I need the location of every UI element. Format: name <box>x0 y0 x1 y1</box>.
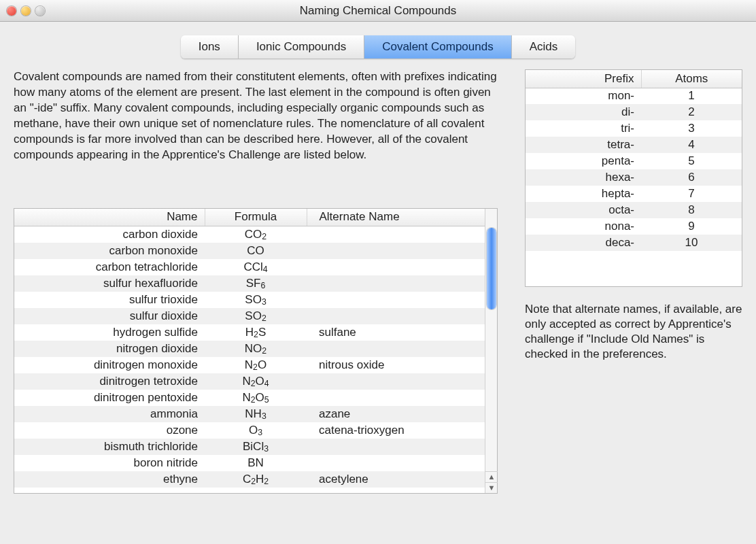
prefix-cell: octa- <box>526 202 641 218</box>
compound-name: sulfur trioxide <box>14 292 205 308</box>
compound-name: dinitrogen tetroxide <box>14 373 205 390</box>
compound-formula: SO3 <box>205 292 307 308</box>
table-row[interactable]: di-2 <box>526 104 742 120</box>
prefix-table: Prefix Atoms mon-1di-2tri-3tetra-4penta-… <box>526 70 742 251</box>
tab-ionic-compounds[interactable]: Ionic Compounds <box>239 35 364 58</box>
tab-ions[interactable]: Ions <box>181 35 239 58</box>
compound-alt-name <box>307 292 485 308</box>
table-row[interactable]: hydrogen sulfideH2Ssulfane <box>14 324 485 341</box>
prefix-cell: hepta- <box>526 186 641 202</box>
compound-alt-name <box>307 373 485 390</box>
tab-bar: IonsIonic CompoundsCovalent CompoundsAci… <box>181 35 576 58</box>
prefix-cell: di- <box>526 104 641 120</box>
compound-name: boron nitride <box>14 455 205 471</box>
table-row[interactable]: hepta-7 <box>526 186 742 202</box>
compound-name: ammonia <box>14 406 205 422</box>
window-controls <box>7 6 45 16</box>
compound-alt-name <box>307 455 485 471</box>
compounds-table-frame: Name Formula Alternate Name carbon dioxi… <box>14 208 498 494</box>
compound-formula: BN <box>205 455 307 471</box>
content-area: Covalent compounds are named from their … <box>0 69 756 507</box>
table-row[interactable]: nona-9 <box>526 218 742 235</box>
prefix-header-prefix[interactable]: Prefix <box>526 70 641 88</box>
tabs-row: IonsIonic CompoundsCovalent CompoundsAci… <box>0 22 756 69</box>
table-row[interactable]: tetra-4 <box>526 137 742 153</box>
table-row[interactable]: dinitrogen monoxideN2Onitrous oxide <box>14 357 485 373</box>
compound-formula: N2O5 <box>205 390 307 406</box>
atoms-cell: 8 <box>641 202 742 218</box>
compound-alt-name <box>307 439 485 455</box>
compound-name: sulfur hexafluoride <box>14 275 205 292</box>
compound-alt-name <box>307 275 485 292</box>
atoms-cell: 4 <box>641 137 742 153</box>
compounds-header-formula[interactable]: Formula <box>205 209 307 226</box>
table-row[interactable]: ethyneC2H2acetylene <box>14 471 485 488</box>
tab-acids[interactable]: Acids <box>512 35 576 58</box>
prefix-cell: penta- <box>526 153 641 169</box>
table-row[interactable]: octa-8 <box>526 202 742 218</box>
compound-alt-name <box>307 243 485 259</box>
prefix-table-frame: Prefix Atoms mon-1di-2tri-3tetra-4penta-… <box>525 69 742 287</box>
table-row[interactable]: ammoniaNH3azane <box>14 406 485 422</box>
compounds-scrollbar[interactable]: ▲ ▼ <box>485 209 497 493</box>
compound-alt-name <box>307 341 485 357</box>
table-row[interactable]: carbon tetrachlorideCCl4 <box>14 259 485 275</box>
compounds-table: Name Formula Alternate Name carbon dioxi… <box>14 209 485 488</box>
compounds-header-name[interactable]: Name <box>14 209 205 226</box>
table-row[interactable]: nitrogen dioxideNO2 <box>14 341 485 357</box>
prefix-cell: tri- <box>526 120 641 137</box>
table-row[interactable]: penta-5 <box>526 153 742 169</box>
compound-formula: CCl4 <box>205 259 307 275</box>
intro-text: Covalent compounds are named from their … <box>14 69 498 163</box>
compound-formula: SF6 <box>205 275 307 292</box>
table-row[interactable]: dinitrogen tetroxideN2O4 <box>14 373 485 390</box>
compound-alt-name: azane <box>307 406 485 422</box>
compounds-header-alt[interactable]: Alternate Name <box>307 209 485 226</box>
compound-name: nitrogen dioxide <box>14 341 205 357</box>
minimize-window-button[interactable] <box>21 6 31 16</box>
compound-name: dinitrogen monoxide <box>14 357 205 373</box>
compound-formula: SO2 <box>205 308 307 324</box>
zoom-window-button[interactable] <box>35 6 45 16</box>
scroll-down-icon[interactable]: ▼ <box>485 482 498 493</box>
atoms-cell: 9 <box>641 218 742 235</box>
left-column: Covalent compounds are named from their … <box>14 69 498 494</box>
table-row[interactable]: carbon dioxideCO2 <box>14 226 485 243</box>
compounds-table-wrap: Name Formula Alternate Name carbon dioxi… <box>14 209 485 493</box>
compound-name: bismuth trichloride <box>14 439 205 455</box>
compound-formula: CO2 <box>205 226 307 243</box>
table-row[interactable]: hexa-6 <box>526 169 742 186</box>
table-row[interactable]: sulfur hexafluorideSF6 <box>14 275 485 292</box>
scroll-up-icon[interactable]: ▲ <box>485 471 498 482</box>
table-row[interactable]: sulfur trioxideSO3 <box>14 292 485 308</box>
prefix-cell: nona- <box>526 218 641 235</box>
table-row[interactable]: dinitrogen pentoxideN2O5 <box>14 390 485 406</box>
table-row[interactable]: carbon monoxideCO <box>14 243 485 259</box>
prefix-header-atoms[interactable]: Atoms <box>641 70 742 88</box>
prefix-cell: deca- <box>526 235 641 251</box>
table-row[interactable]: tri-3 <box>526 120 742 137</box>
atoms-cell: 3 <box>641 120 742 137</box>
table-row[interactable]: boron nitrideBN <box>14 455 485 471</box>
compound-name: ozone <box>14 422 205 439</box>
compound-alt-name: sulfane <box>307 324 485 341</box>
table-row[interactable]: deca-10 <box>526 235 742 251</box>
scrollbar-thumb[interactable] <box>487 228 496 309</box>
tab-covalent-compounds[interactable]: Covalent Compounds <box>364 35 511 58</box>
atoms-cell: 6 <box>641 169 742 186</box>
atoms-cell: 7 <box>641 186 742 202</box>
table-row[interactable]: sulfur dioxideSO2 <box>14 308 485 324</box>
note-text: Note that alternate names, if available,… <box>525 302 742 362</box>
compound-formula: NH3 <box>205 406 307 422</box>
compound-alt-name <box>307 259 485 275</box>
compound-formula: N2O4 <box>205 373 307 390</box>
compound-name: carbon tetrachloride <box>14 259 205 275</box>
prefix-cell: mon- <box>526 88 641 104</box>
close-window-button[interactable] <box>7 6 16 16</box>
compound-name: carbon dioxide <box>14 226 205 243</box>
compound-formula: NO2 <box>205 341 307 357</box>
right-column: Prefix Atoms mon-1di-2tri-3tetra-4penta-… <box>525 69 742 494</box>
table-row[interactable]: ozoneO3catena-trioxygen <box>14 422 485 439</box>
table-row[interactable]: mon-1 <box>526 88 742 104</box>
table-row[interactable]: bismuth trichlorideBiCl3 <box>14 439 485 455</box>
